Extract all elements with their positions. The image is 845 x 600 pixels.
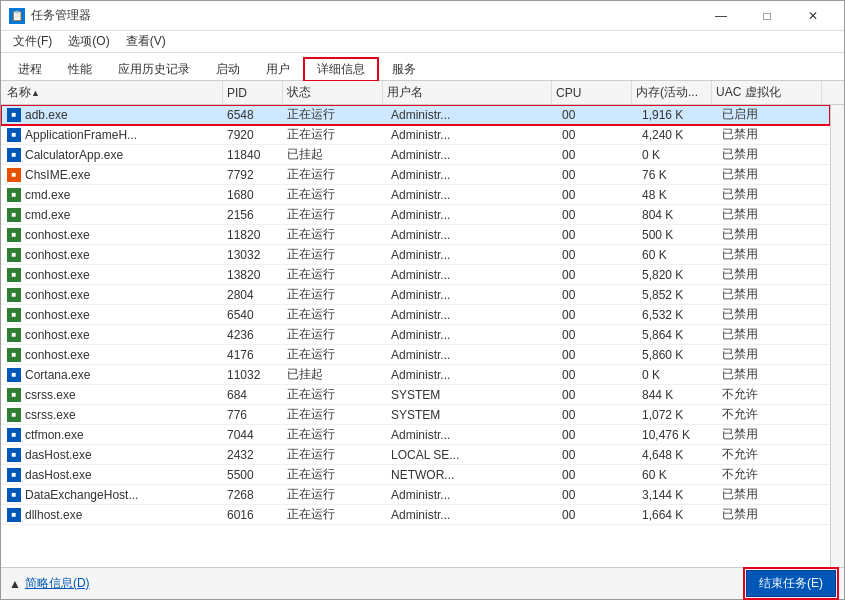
table-row[interactable]: ■ DataExchangeHost... 7268 正在运行 Administ…	[1, 485, 830, 505]
table-row[interactable]: ■ cmd.exe 1680 正在运行 Administr... 00 48 K…	[1, 185, 830, 205]
tab-process[interactable]: 进程	[5, 57, 55, 81]
process-name-cell: ■ CalculatorApp.exe	[3, 148, 223, 162]
app-icon: 📋	[9, 8, 25, 24]
process-icon: ■	[7, 128, 21, 142]
process-uac: 不允许	[718, 406, 828, 423]
process-name: conhost.exe	[25, 268, 90, 282]
process-status: 正在运行	[283, 206, 383, 223]
process-uac: 已禁用	[718, 166, 828, 183]
maximize-button[interactable]: □	[744, 1, 790, 31]
process-pid: 13032	[223, 248, 283, 262]
process-icon: ■	[7, 408, 21, 422]
menu-options[interactable]: 选项(O)	[60, 31, 117, 52]
process-status: 已挂起	[283, 366, 383, 383]
col-pid[interactable]: PID	[223, 81, 283, 104]
table-row[interactable]: ■ conhost.exe 13820 正在运行 Administr... 00…	[1, 265, 830, 285]
menu-view[interactable]: 查看(V)	[118, 31, 174, 52]
process-icon: ■	[7, 288, 21, 302]
col-name[interactable]: 名称	[3, 81, 223, 104]
process-memory: 6,532 K	[638, 308, 718, 322]
brief-info-link[interactable]: 简略信息(D)	[25, 575, 90, 592]
table-row[interactable]: ■ dasHost.exe 2432 正在运行 LOCAL SE... 00 4…	[1, 445, 830, 465]
process-name: adb.exe	[25, 108, 68, 122]
process-name-cell: ■ conhost.exe	[3, 308, 223, 322]
table-row[interactable]: ■ csrss.exe 776 正在运行 SYSTEM 00 1,072 K 不…	[1, 405, 830, 425]
process-cpu: 00	[558, 468, 638, 482]
close-button[interactable]: ✕	[790, 1, 836, 31]
menu-bar: 文件(F) 选项(O) 查看(V)	[1, 31, 844, 53]
table-row[interactable]: ■ ctfmon.exe 7044 正在运行 Administr... 00 1…	[1, 425, 830, 445]
process-uac: 不允许	[718, 386, 828, 403]
process-status: 正在运行	[283, 406, 383, 423]
process-status: 正在运行	[283, 126, 383, 143]
process-name-cell: ■ conhost.exe	[3, 348, 223, 362]
process-status: 正在运行	[283, 186, 383, 203]
process-name-cell: ■ csrss.exe	[3, 408, 223, 422]
tab-services[interactable]: 服务	[379, 57, 429, 81]
menu-file[interactable]: 文件(F)	[5, 31, 60, 52]
tab-app-history[interactable]: 应用历史记录	[105, 57, 203, 81]
process-name: ChsIME.exe	[25, 168, 90, 182]
table-row[interactable]: ■ ApplicationFrameH... 7920 正在运行 Adminis…	[1, 125, 830, 145]
col-uac[interactable]: UAC 虚拟化	[712, 81, 822, 104]
minimize-button[interactable]: —	[698, 1, 744, 31]
table-header: 名称 PID 状态 用户名 CPU 内存(活动... UAC 虚拟化	[1, 81, 844, 105]
tab-startup[interactable]: 启动	[203, 57, 253, 81]
process-name: csrss.exe	[25, 408, 76, 422]
table-row[interactable]: ■ dasHost.exe 5500 正在运行 NETWOR... 00 60 …	[1, 465, 830, 485]
process-name: cmd.exe	[25, 208, 70, 222]
table-row[interactable]: ■ CalculatorApp.exe 11840 已挂起 Administr.…	[1, 145, 830, 165]
process-status: 正在运行	[283, 506, 383, 523]
process-status: 已挂起	[283, 146, 383, 163]
table-row[interactable]: ■ Cortana.exe 11032 已挂起 Administr... 00 …	[1, 365, 830, 385]
table-row[interactable]: ■ csrss.exe 684 正在运行 SYSTEM 00 844 K 不允许	[1, 385, 830, 405]
process-username: Administr...	[383, 248, 558, 262]
end-task-button[interactable]: 结束任务(E)	[746, 570, 836, 597]
process-cpu: 00	[558, 128, 638, 142]
process-status: 正在运行	[283, 226, 383, 243]
process-name: conhost.exe	[25, 228, 90, 242]
content-area: 名称 PID 状态 用户名 CPU 内存(活动... UAC 虚拟化 ■ adb…	[1, 81, 844, 567]
process-pid: 4176	[223, 348, 283, 362]
process-name: dllhost.exe	[25, 508, 82, 522]
table-row[interactable]: ■ conhost.exe 2804 正在运行 Administr... 00 …	[1, 285, 830, 305]
process-cpu: 00	[558, 368, 638, 382]
process-cpu: 00	[558, 268, 638, 282]
process-name-cell: ■ conhost.exe	[3, 288, 223, 302]
scrollbar[interactable]	[830, 105, 844, 567]
process-uac: 已禁用	[718, 286, 828, 303]
col-cpu[interactable]: CPU	[552, 81, 632, 104]
table-row[interactable]: ■ conhost.exe 13032 正在运行 Administr... 00…	[1, 245, 830, 265]
tab-details[interactable]: 详细信息	[303, 57, 379, 81]
table-row[interactable]: ■ adb.exe 6548 正在运行 Administr... 00 1,91…	[1, 105, 830, 125]
process-cpu: 00	[558, 188, 638, 202]
process-name: conhost.exe	[25, 308, 90, 322]
tab-performance[interactable]: 性能	[55, 57, 105, 81]
process-name-cell: ■ DataExchangeHost...	[3, 488, 223, 502]
process-username: Administr...	[383, 368, 558, 382]
process-name-cell: ■ ChsIME.exe	[3, 168, 223, 182]
table-row[interactable]: ■ conhost.exe 6540 正在运行 Administr... 00 …	[1, 305, 830, 325]
process-memory: 5,860 K	[638, 348, 718, 362]
process-memory: 1,664 K	[638, 508, 718, 522]
process-uac: 已禁用	[718, 426, 828, 443]
process-name-cell: ■ conhost.exe	[3, 228, 223, 242]
table-row[interactable]: ■ ChsIME.exe 7792 正在运行 Administr... 00 7…	[1, 165, 830, 185]
table-row[interactable]: ■ cmd.exe 2156 正在运行 Administr... 00 804 …	[1, 205, 830, 225]
process-username: Administr...	[383, 148, 558, 162]
process-uac: 已禁用	[718, 326, 828, 343]
tab-users[interactable]: 用户	[253, 57, 303, 81]
process-uac: 不允许	[718, 446, 828, 463]
process-name: dasHost.exe	[25, 448, 92, 462]
process-list[interactable]: ■ adb.exe 6548 正在运行 Administr... 00 1,91…	[1, 105, 830, 567]
process-icon: ■	[7, 188, 21, 202]
col-username[interactable]: 用户名	[383, 81, 552, 104]
col-status[interactable]: 状态	[283, 81, 383, 104]
process-username: Administr...	[383, 268, 558, 282]
table-row[interactable]: ■ conhost.exe 4236 正在运行 Administr... 00 …	[1, 325, 830, 345]
table-row[interactable]: ■ dllhost.exe 6016 正在运行 Administr... 00 …	[1, 505, 830, 525]
col-memory[interactable]: 内存(活动...	[632, 81, 712, 104]
table-row[interactable]: ■ conhost.exe 11820 正在运行 Administr... 00…	[1, 225, 830, 245]
process-icon: ■	[7, 208, 21, 222]
table-row[interactable]: ■ conhost.exe 4176 正在运行 Administr... 00 …	[1, 345, 830, 365]
